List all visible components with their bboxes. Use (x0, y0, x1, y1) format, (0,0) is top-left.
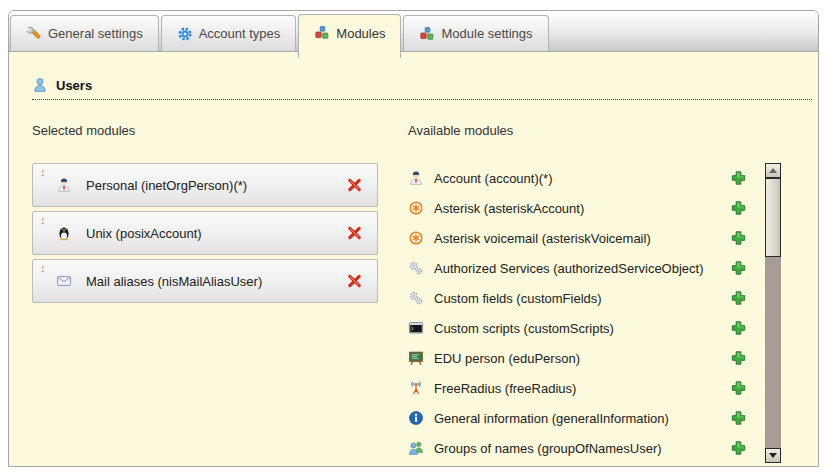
wrench-icon (26, 26, 42, 42)
selected-module-row[interactable]: ↕ Mail aliases (nisMailAliasUser) (32, 259, 378, 303)
available-module-row: Authorized Services (authorizedServiceOb… (408, 253, 758, 283)
tab-modules[interactable]: Modules (298, 14, 401, 58)
selected-modules-list: ↕ Personal (inetOrgPerson)(*) ↕ Unix (po… (32, 163, 378, 303)
group-icon (408, 440, 425, 457)
available-modules-label: Available modules (408, 123, 513, 138)
module-name: Custom fields (customFields) (434, 291, 602, 306)
available-module-row: FreeRadius (freeRadius) (408, 373, 758, 403)
page: General settings Account types Modules M… (0, 0, 826, 475)
module-name: Personal (inetOrgPerson)(*) (86, 178, 247, 193)
module-name: Groups of names (groupOfNamesUser) (434, 441, 662, 456)
scrollbar-thumb[interactable] (765, 178, 781, 257)
tab-label: Module settings (441, 26, 532, 41)
available-module-row: EDU person (eduPerson) (408, 343, 758, 373)
available-module-row: General information (generalInformation) (408, 403, 758, 433)
tab-label: Account types (199, 26, 281, 41)
tab-general-settings[interactable]: General settings (10, 15, 159, 51)
tab-module-settings[interactable]: Module settings (403, 15, 548, 51)
selected-modules-label: Selected modules (32, 123, 135, 138)
add-module-button[interactable] (730, 170, 747, 187)
available-module-row: Groups of names (groupOfNamesUser) (408, 433, 758, 463)
available-module-row: Account (account)(*) (408, 163, 758, 193)
terminal-icon (408, 320, 425, 337)
modules-icon (314, 25, 330, 41)
add-module-button[interactable] (730, 440, 747, 457)
module-name: Asterisk voicemail (asteriskVoicemail) (434, 231, 651, 246)
asterisk-icon (408, 230, 425, 247)
settings-window: General settings Account types Modules M… (8, 10, 819, 467)
tux-icon (56, 225, 73, 242)
mail-icon (56, 273, 73, 290)
gear-icon (177, 26, 193, 42)
person-icon (56, 177, 73, 194)
remove-module-button[interactable] (346, 177, 363, 194)
move-handle-icon[interactable]: ↕ (40, 167, 46, 178)
available-modules-list: Account (account)(*) Asterisk (asteriskA… (408, 163, 758, 463)
tab-account-types[interactable]: Account types (161, 15, 297, 51)
module-name: General information (generalInformation) (434, 411, 669, 426)
tab-bar: General settings Account types Modules M… (9, 11, 818, 52)
module-name: Account (account)(*) (434, 171, 553, 186)
available-module-row: Custom fields (customFields) (408, 283, 758, 313)
add-module-button[interactable] (730, 380, 747, 397)
gears-icon (408, 290, 425, 307)
module-name: Asterisk (asteriskAccount) (434, 201, 584, 216)
info-icon (408, 410, 425, 427)
tab-label: Modules (336, 26, 385, 41)
move-handle-icon[interactable]: ↕ (40, 263, 46, 274)
add-module-button[interactable] (730, 320, 747, 337)
remove-module-button[interactable] (346, 225, 363, 242)
add-module-button[interactable] (730, 290, 747, 307)
module-name: Mail aliases (nisMailAliasUser) (86, 274, 262, 289)
add-module-button[interactable] (730, 200, 747, 217)
user-icon (32, 77, 48, 93)
arrow-down-icon (769, 453, 777, 458)
users-section-heading: Users (32, 77, 812, 100)
module-name: Unix (posixAccount) (86, 226, 202, 241)
chalkboard-icon (408, 350, 425, 367)
move-handle-icon[interactable]: ↕ (40, 215, 46, 226)
remove-module-button[interactable] (346, 273, 363, 290)
selected-module-row[interactable]: ↕ Unix (posixAccount) (32, 211, 378, 255)
scroll-down-button[interactable] (765, 448, 781, 463)
tab-label: General settings (48, 26, 143, 41)
selected-module-row[interactable]: ↕ Personal (inetOrgPerson)(*) (32, 163, 378, 207)
module-name: EDU person (eduPerson) (434, 351, 580, 366)
asterisk-icon (408, 200, 425, 217)
add-module-button[interactable] (730, 230, 747, 247)
section-title: Users (56, 78, 92, 93)
available-module-row: Asterisk voicemail (asteriskVoicemail) (408, 223, 758, 253)
add-module-button[interactable] (730, 350, 747, 367)
person-icon (408, 170, 425, 187)
antenna-icon (408, 380, 425, 397)
module-name: Authorized Services (authorizedServiceOb… (434, 261, 704, 276)
module-name: FreeRadius (freeRadius) (434, 381, 576, 396)
module-name: Custom scripts (customScripts) (434, 321, 614, 336)
add-module-button[interactable] (730, 410, 747, 427)
available-module-row: Asterisk (asteriskAccount) (408, 193, 758, 223)
scroll-up-button[interactable] (765, 163, 781, 178)
available-module-row: Custom scripts (customScripts) (408, 313, 758, 343)
arrow-up-icon (769, 168, 777, 173)
modules-icon (419, 26, 435, 42)
gears-icon (408, 260, 425, 277)
add-module-button[interactable] (730, 260, 747, 277)
available-modules-scrollbar[interactable] (765, 163, 781, 463)
